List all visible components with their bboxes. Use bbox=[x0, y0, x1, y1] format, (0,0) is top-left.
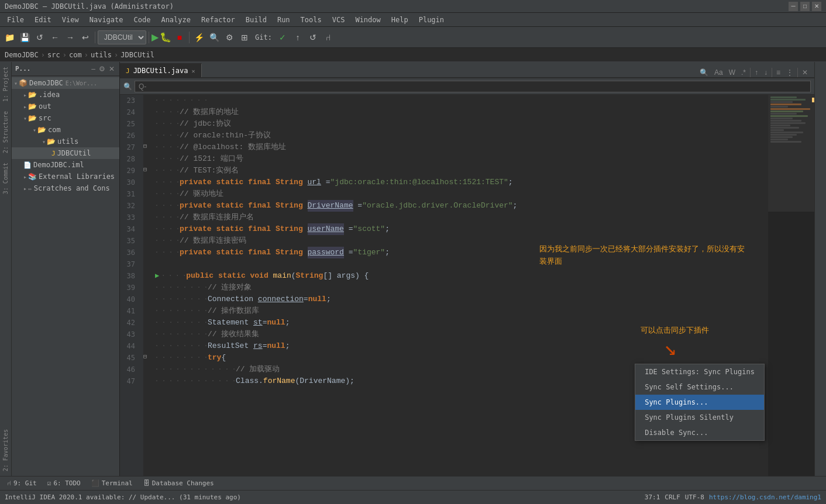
editor-regex-btn[interactable]: .* bbox=[739, 68, 748, 77]
menu-navigate[interactable]: Navigate bbox=[85, 15, 128, 25]
toolbar-save-button[interactable]: 💾 bbox=[18, 30, 32, 44]
gutter-fold-29[interactable]: ⊟ bbox=[143, 166, 147, 172]
menu-refactor[interactable]: Refactor bbox=[197, 15, 240, 25]
tab-jdbcutil[interactable]: J JDBCUtil.java ✕ bbox=[120, 63, 202, 77]
editor-search-icon[interactable]: 🔍 bbox=[698, 68, 710, 77]
bottom-tab-git[interactable]: ⑁ 9: Git bbox=[2, 478, 42, 488]
indent-dots-43: · · · · · · · · bbox=[155, 329, 208, 340]
stop-button[interactable]: ■ bbox=[173, 30, 187, 44]
bottom-tab-terminal[interactable]: ⬛ Terminal bbox=[87, 478, 137, 488]
search-input[interactable] bbox=[135, 81, 811, 92]
editor-filter-btn[interactable]: ≡ bbox=[775, 68, 782, 77]
git-refresh-btn[interactable]: ↺ bbox=[306, 30, 320, 44]
breadcrumb-utils[interactable]: utils bbox=[91, 51, 112, 59]
comment-26: // oracle:thin-子协议 bbox=[180, 130, 271, 141]
var-drivername-32: DriverName bbox=[308, 200, 353, 212]
gutter-47 bbox=[143, 375, 150, 387]
ctx-menu-item-sync-self[interactable]: Sync Self Settings... bbox=[635, 379, 764, 395]
vert-tab-project[interactable]: 1: Project bbox=[1, 62, 10, 106]
menu-file[interactable]: File bbox=[2, 15, 29, 25]
editor-close-search-btn[interactable]: ✕ bbox=[800, 68, 810, 77]
search-icon: 🔍 bbox=[123, 82, 132, 91]
sidebar-collapse-btn[interactable]: – bbox=[90, 65, 97, 73]
params-47: (DriverName); bbox=[295, 375, 354, 387]
editor-more-btn[interactable]: ⋮ bbox=[784, 68, 795, 77]
tree-extlibs[interactable]: ▸ 📚 External Libraries bbox=[12, 171, 119, 182]
tree-src[interactable]: ▾ 📂 src bbox=[12, 112, 119, 124]
breadcrumb-sep-3: › bbox=[84, 51, 88, 59]
git-update-button[interactable]: ↑ bbox=[291, 30, 305, 44]
toolbar-git-button[interactable]: ⚡ bbox=[192, 30, 206, 44]
gutter-23 bbox=[143, 95, 150, 106]
menu-edit[interactable]: Edit bbox=[30, 15, 56, 25]
editor-nav-up-btn[interactable]: ↑ bbox=[753, 68, 760, 77]
toolbar-back-button[interactable]: ← bbox=[48, 30, 62, 44]
ctx-menu-item-sync-silently[interactable]: Sync Plugins Silently bbox=[635, 410, 764, 425]
menu-tools[interactable]: Tools bbox=[296, 15, 326, 25]
toolbar-search-button[interactable]: 🔍 bbox=[207, 30, 221, 44]
gutter-fold-45[interactable]: ⊟ bbox=[143, 353, 147, 360]
breadcrumb-jdbcutil[interactable]: JDBCUtil bbox=[121, 51, 154, 59]
tree-idea[interactable]: ▸ 📂 .idea bbox=[12, 89, 119, 101]
menu-analyze[interactable]: Analyze bbox=[156, 15, 195, 25]
sidebar-settings-btn[interactable]: ⚙ bbox=[98, 65, 106, 73]
run-button[interactable]: ▶ bbox=[152, 32, 159, 43]
sidebar-close-btn[interactable]: ✕ bbox=[108, 65, 116, 73]
toolbar-forward-button[interactable]: → bbox=[63, 30, 77, 44]
menu-run[interactable]: Run bbox=[273, 15, 295, 25]
vert-tab-favorites[interactable]: 2: Favorites bbox=[1, 424, 10, 476]
minimize-button[interactable]: ─ bbox=[789, 2, 798, 11]
toolbar-open-button[interactable]: 📁 bbox=[2, 30, 16, 44]
bottom-tab-todo[interactable]: ☑ 6: TODO bbox=[43, 478, 85, 488]
menu-vcs[interactable]: VCS bbox=[328, 15, 350, 25]
toolbar-settings-button[interactable]: ⚙ bbox=[222, 30, 236, 44]
menu-help[interactable]: Help bbox=[387, 15, 413, 25]
toolbar-sep-1 bbox=[95, 32, 95, 43]
ctx-menu-item-sync-plugins[interactable]: Sync Plugins... bbox=[635, 395, 764, 410]
toolbar-undo-button[interactable]: ↩ bbox=[78, 30, 92, 44]
toolbar-sep-2 bbox=[149, 32, 149, 43]
git-checkmark-button[interactable]: ✓ bbox=[276, 30, 290, 44]
editor-nav-down-btn[interactable]: ↓ bbox=[762, 68, 769, 77]
gutter-fold-27[interactable]: ⊟ bbox=[143, 143, 147, 149]
code-line-37 bbox=[150, 258, 768, 270]
tree-utils[interactable]: ▾ 📂 utils bbox=[12, 136, 119, 147]
tree-jdbcutil[interactable]: J JDBCUtil bbox=[12, 147, 119, 159]
menu-window[interactable]: Window bbox=[350, 15, 385, 25]
breadcrumb-com[interactable]: com bbox=[69, 51, 82, 59]
breadcrumb-src[interactable]: src bbox=[47, 51, 60, 59]
tree-iml[interactable]: 📄 DemoJDBC.iml bbox=[12, 159, 119, 171]
tree-out[interactable]: ▸ 📂 out bbox=[12, 101, 119, 112]
menu-view[interactable]: View bbox=[57, 15, 84, 25]
git-branch-btn[interactable]: ⑁ bbox=[321, 30, 335, 44]
tree-scratches[interactable]: ▸ ✏ Scratches and Cons bbox=[12, 182, 119, 194]
editor-toolbar-sep bbox=[750, 68, 751, 77]
line-num-42: 42 bbox=[120, 317, 139, 329]
ctx-menu-item-disable-sync[interactable]: Disable Sync... bbox=[635, 425, 764, 440]
close-button[interactable]: ✕ bbox=[812, 2, 821, 11]
code-line-34: · · · · private static final String user… bbox=[150, 223, 768, 235]
vert-tab-structure[interactable]: 2: Structure bbox=[1, 106, 10, 158]
project-run-config-select[interactable]: JDBCUtil bbox=[98, 30, 146, 44]
tab-close-icon[interactable]: ✕ bbox=[192, 68, 195, 74]
run-gutter-icon-38[interactable]: ▶ bbox=[155, 270, 159, 282]
semi-42: ; bbox=[285, 317, 290, 329]
editor-whole-word-btn[interactable]: W bbox=[727, 68, 737, 77]
line-num-26: 26 bbox=[120, 130, 139, 141]
toolbar-refresh-button[interactable]: ↺ bbox=[33, 30, 47, 44]
toolbar-terminal-button[interactable]: ⊞ bbox=[238, 30, 252, 44]
breadcrumb-demoJDBC[interactable]: DemoJDBC bbox=[5, 51, 39, 59]
debug-button[interactable]: 🐛 bbox=[160, 32, 171, 43]
maximize-button[interactable]: □ bbox=[800, 2, 810, 11]
menu-build[interactable]: Build bbox=[241, 15, 271, 25]
editor-match-case-btn[interactable]: Aa bbox=[713, 68, 725, 77]
vert-tab-commit[interactable]: 3: Commit bbox=[1, 158, 10, 199]
tree-root[interactable]: ▾ 📦 DemoJDBC E:\Wor... bbox=[12, 77, 119, 89]
bottom-tab-db-changes[interactable]: 🗄 Database Changes bbox=[139, 478, 219, 488]
menu-plugin[interactable]: Plugin bbox=[414, 15, 449, 25]
ctx-menu-item-ide-settings[interactable]: IDE Settings: Sync Plugins bbox=[635, 364, 764, 379]
gutter-31 bbox=[143, 188, 150, 200]
menu-code[interactable]: Code bbox=[129, 15, 156, 25]
indent-dots-46: · · · · · · · · · · · · bbox=[155, 364, 236, 375]
tree-com[interactable]: ▾ 📂 com bbox=[12, 124, 119, 136]
